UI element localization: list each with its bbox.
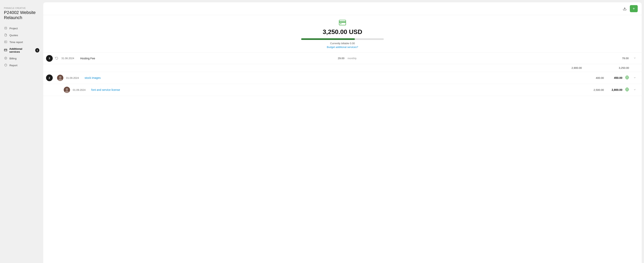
- download-button[interactable]: [621, 5, 628, 12]
- sidebar-item-billing[interactable]: Billing: [2, 55, 42, 62]
- subtotal-left: 2,900.00: [566, 66, 582, 69]
- hosting-unit-amount: 29.00: [332, 57, 344, 60]
- progress-bar: [301, 38, 384, 40]
- sidebar-item-quotes[interactable]: Quotes: [2, 32, 42, 38]
- card-icon: [4, 48, 7, 52]
- row-badge-3: 3: [46, 55, 53, 62]
- subtotal-right: 3,250.00: [613, 66, 629, 69]
- progress-bar-fill: [301, 38, 355, 40]
- service-amount-1: 2,500.00: [588, 88, 604, 91]
- clock-icon: [4, 40, 8, 44]
- summary-section: 3,250.00 USD Currently billable 0.00 Bud…: [43, 15, 642, 53]
- sidebar: PINNACLE CREATIVE P24002 Website Relaunc…: [0, 0, 43, 263]
- service-badge-2: 2: [46, 74, 53, 81]
- sidebar-item-label: Time report: [10, 41, 23, 44]
- card-summary-icon: [339, 20, 346, 27]
- svg-rect-16: [339, 21, 346, 23]
- avatar-0: [57, 75, 63, 81]
- billing-icon: [4, 57, 8, 60]
- svg-rect-6: [4, 49, 7, 51]
- add-button[interactable]: +: [630, 5, 638, 12]
- hosting-expand-button[interactable]: [632, 56, 638, 61]
- sidebar-nav: Project Quotes Time report Additional se…: [0, 25, 43, 69]
- globe-icon-1: [625, 87, 629, 92]
- sidebar-item-label: Report: [10, 64, 18, 67]
- notification-badge: 1: [35, 48, 39, 52]
- service-row-1: 01.09.2024 font and service license 2,50…: [43, 84, 642, 96]
- sidebar-item-label: Quotes: [10, 34, 18, 37]
- hosting-date: 31.08.2024: [61, 57, 77, 60]
- svg-rect-17: [340, 23, 342, 24]
- service-expand-button-1[interactable]: [632, 87, 638, 92]
- service-total-1: 2,800.00: [607, 88, 622, 91]
- sidebar-item-report[interactable]: Report: [2, 62, 42, 69]
- sidebar-item-additional-services[interactable]: Additional services 1: [2, 46, 42, 55]
- document-icon: [4, 34, 8, 37]
- billable-label: Currently billable 0.00: [330, 42, 355, 45]
- hosting-total: 78.00: [615, 57, 629, 60]
- service-amount-0: 400.00: [588, 76, 604, 79]
- hosting-row: 3 31.08.2024 Hosting Fee 29.00 monthly 7…: [43, 53, 642, 64]
- subtotal-row: 2,900.00 3,250.00: [43, 64, 642, 72]
- service-date-1: 01.09.2024: [73, 88, 88, 91]
- sidebar-item-time-report[interactable]: Time report: [2, 39, 42, 45]
- report-icon: [4, 64, 8, 67]
- sidebar-item-project[interactable]: Project: [2, 25, 42, 32]
- hosting-name: Hosting Fee: [80, 57, 330, 60]
- globe-icon-0: [625, 75, 629, 80]
- summary-amount: 3,250.00 USD: [322, 28, 362, 35]
- file-icon: [4, 27, 8, 30]
- hosting-period: monthly: [348, 57, 359, 60]
- svg-point-19: [59, 76, 61, 78]
- table-area: 3 31.08.2024 Hosting Fee 29.00 monthly 7…: [43, 53, 642, 263]
- service-row-0: 2 01.09.2024 stock images 400.00 450.00: [43, 72, 642, 84]
- sidebar-item-label: Project: [10, 27, 18, 30]
- service-name-0[interactable]: stock images: [84, 76, 334, 79]
- svg-point-24: [66, 88, 68, 90]
- sidebar-item-label: Billing: [10, 57, 16, 60]
- sidebar-project-title: P24002 Website Relaunch: [4, 10, 39, 20]
- top-bar: +: [43, 2, 642, 15]
- sidebar-item-label: Additional services: [9, 47, 32, 53]
- refresh-icon: [55, 56, 58, 60]
- service-total-0: 450.00: [607, 76, 622, 79]
- avatar-1: [64, 87, 70, 93]
- service-expand-button-0[interactable]: [632, 75, 638, 80]
- sidebar-header: PINNACLE CREATIVE P24002 Website Relaunc…: [0, 4, 43, 25]
- main-content: + 3,250.00 USD Currently billable 0.00 B…: [43, 2, 642, 263]
- budget-link[interactable]: Budget additional services?: [327, 46, 358, 48]
- sidebar-client: PINNACLE CREATIVE: [4, 7, 39, 9]
- service-date-0: 01.09.2024: [66, 76, 82, 79]
- service-name-1[interactable]: font and service license: [91, 88, 337, 91]
